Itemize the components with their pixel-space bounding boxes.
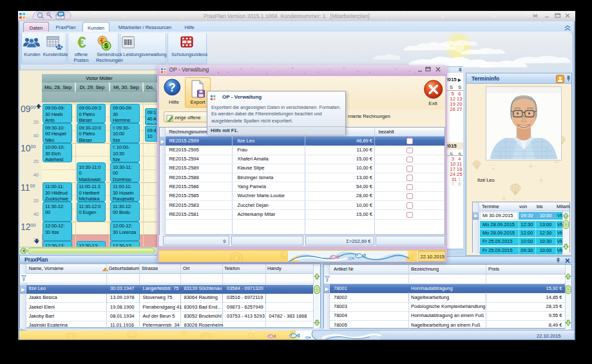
svg-text:SP: SP [59, 12, 63, 16]
svg-text:?: ? [168, 81, 175, 94]
svg-text:$: $ [104, 43, 108, 50]
